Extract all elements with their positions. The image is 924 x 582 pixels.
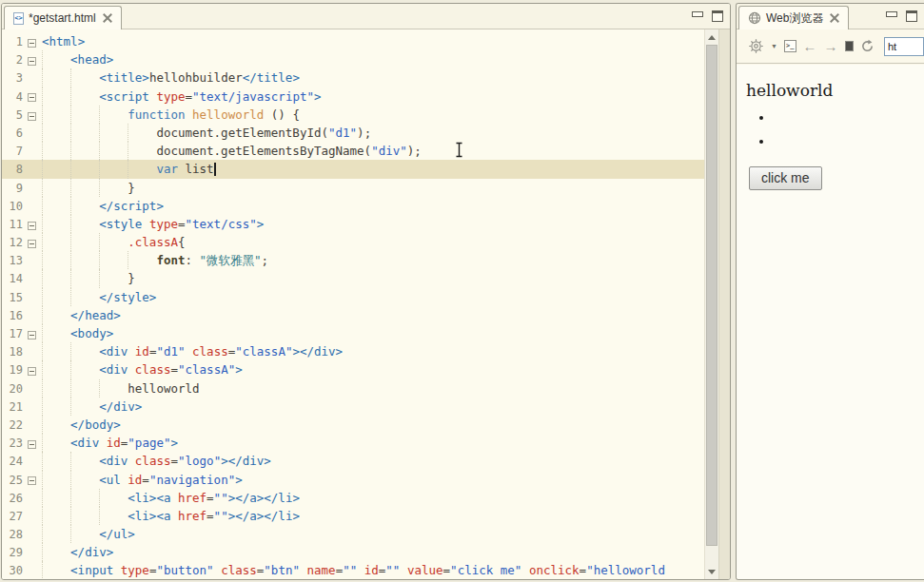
fold-toggle-icon[interactable] [25,216,42,234]
close-icon[interactable] [830,13,839,23]
close-icon[interactable] [103,13,112,23]
fold-toggle-icon[interactable] [25,51,42,69]
code-line-22[interactable]: 22</body> [2,416,704,434]
code-line-11[interactable]: 11<style type="text/css"> [2,215,704,233]
scroll-up-button[interactable] [705,29,718,45]
collapse-minus-icon[interactable] [28,240,36,248]
code-line-15[interactable]: 15</style> [2,288,704,306]
stop-button[interactable] [845,41,854,51]
code-line-12[interactable]: 12.classA{ [2,233,704,251]
console-icon[interactable]: >_ [784,40,796,52]
indent-guide [128,251,156,269]
fold-toggle-icon[interactable] [25,87,42,106]
code-line-4[interactable]: 4<script type="text/javascript"> [2,87,704,106]
scroll-down-button[interactable] [705,564,718,579]
fold-toggle-icon[interactable] [25,234,42,252]
fold-toggle-icon[interactable] [25,361,42,379]
collapse-minus-icon[interactable] [28,440,36,449]
indent-guide [42,251,70,269]
code-token: <head> [70,52,113,67]
code-editor[interactable]: 1<html>2<head>3<title>hellohbuilder</tit… [2,29,704,579]
collapse-minus-icon[interactable] [28,39,36,48]
code-line-9[interactable]: 9} [2,179,704,197]
code-token: "text/javascript" [192,89,314,104]
code-token: = [170,454,178,468]
code-line-6[interactable]: 6document.getElementById("d1"); [2,124,704,142]
code-line-27[interactable]: 27<li><a href=""></a></li> [2,507,704,525]
code-line-28[interactable]: 28</ul> [2,525,704,543]
collapse-minus-icon[interactable] [28,331,36,340]
line-number: 18 [2,343,25,361]
url-input[interactable] [884,37,924,56]
code-line-20[interactable]: 20helloworld [2,379,704,398]
indent-guide [99,379,128,398]
fold-toggle-icon[interactable] [25,471,42,489]
code-token: id [364,563,379,577]
code-line-21[interactable]: 21</div> [2,398,704,416]
indent-guide [42,561,70,579]
line-number: 7 [2,143,25,161]
code-token: <li><a [128,509,178,523]
code-token: "classA" [178,362,235,377]
forward-button[interactable]: → [824,39,838,53]
code-token: <div [99,454,135,468]
indent-guide [99,269,128,287]
settings-gear-icon[interactable] [748,38,764,54]
code-line-23[interactable]: 23<div id="page"> [2,434,704,452]
refresh-button[interactable] [860,39,875,53]
code-line-14[interactable]: 14} [2,269,704,287]
minimize-icon[interactable] [886,11,897,17]
indent-guide [42,269,70,287]
indent-guide [42,452,70,470]
collapse-minus-icon[interactable] [28,222,36,230]
collapse-minus-icon[interactable] [28,57,36,66]
code-token: "" [343,563,357,577]
code-line-10[interactable]: 10</script> [2,197,704,215]
code-token: <html> [42,34,85,48]
fold-toggle-icon[interactable] [25,33,42,51]
maximize-icon[interactable] [712,10,723,22]
scrollbar-thumb[interactable] [706,45,718,546]
tab-getstart-html[interactable]: <> *getstart.html [4,6,122,29]
line-number: 19 [2,361,25,379]
editor-scrollbar[interactable] [704,29,718,579]
indent-guide [70,471,99,489]
collapse-minus-icon[interactable] [28,112,36,121]
code-line-19[interactable]: 19<div class="classA"> [2,360,704,378]
maximize-icon[interactable] [906,10,917,22]
code-token: > [314,89,322,104]
dropdown-caret-icon[interactable]: ▼ [771,43,777,49]
code-line-5[interactable]: 5function helloworld () { [2,106,704,124]
code-line-3[interactable]: 3<title>hellohbuilder</title> [2,68,704,87]
code-line-26[interactable]: 26<li><a href=""></a></li> [2,489,704,507]
collapse-minus-icon[interactable] [28,476,36,485]
code-line-16[interactable]: 16</head> [2,306,704,324]
code-line-17[interactable]: 17<body> [2,324,704,342]
back-button[interactable]: ← [803,39,817,53]
fold-toggle-icon[interactable] [25,435,42,453]
code-line-2[interactable]: 2<head> [2,50,704,68]
code-token: </style> [99,290,156,304]
code-line-7[interactable]: 7document.getElementsByTagName("div"); [2,142,704,160]
line-number: 1 [2,33,25,51]
preview-click-me-button[interactable]: click me [749,166,822,190]
code-line-30[interactable]: 30<input type="button" class="btn" name=… [2,561,704,579]
code-line-29[interactable]: 29</div> [2,543,704,561]
collapse-minus-icon[interactable] [28,367,36,376]
code-line-24[interactable]: 24<div class="logo"></div> [2,452,704,470]
code-line-1[interactable]: 1<html> [2,32,704,50]
fold-toggle-icon[interactable] [25,107,42,125]
code-line-8[interactable]: 8var list [2,160,704,178]
fold-toggle-icon[interactable] [25,325,42,343]
code-line-25[interactable]: 25<ul id="navigation"> [2,471,704,489]
indent-guide [70,398,99,416]
code-token: .classA [128,235,178,249]
collapse-minus-icon[interactable] [28,93,36,102]
tab-web-browser[interactable]: Web浏览器 [738,6,849,29]
code-token: type [156,89,185,104]
code-line-18[interactable]: 18<div id="d1" class="classA"></div> [2,342,704,360]
code-token: onclick [529,563,580,577]
minimize-icon[interactable] [692,11,703,17]
browser-toolbar: ▼ >_ ← → [737,29,924,64]
code-line-13[interactable]: 13font: "微软雅黑"; [2,251,704,269]
